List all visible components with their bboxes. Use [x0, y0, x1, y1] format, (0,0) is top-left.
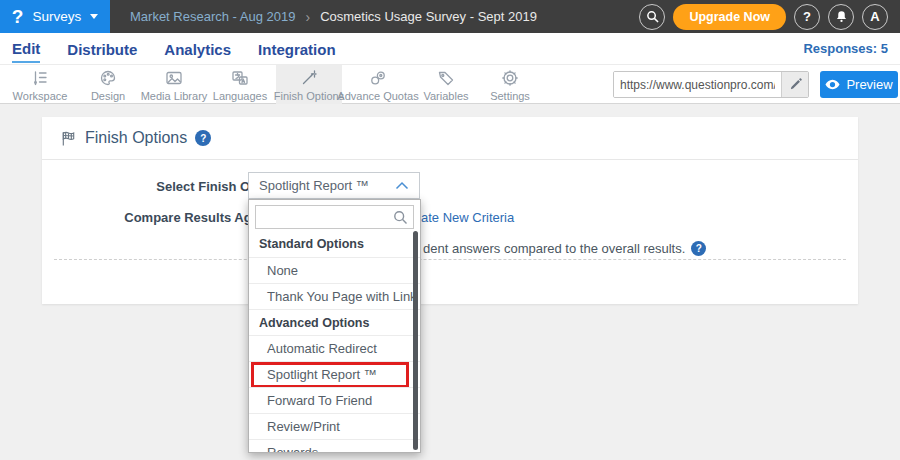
- toolbar-item-media-library[interactable]: Media Library: [134, 65, 214, 104]
- finish-options-help-icon[interactable]: ?: [195, 130, 211, 146]
- toolbar-item-variables[interactable]: Variables: [416, 65, 476, 104]
- spotlight-description-text: dent answers compared to the overall res…: [423, 241, 685, 256]
- chevron-down-icon: [90, 14, 98, 19]
- search-icon: [393, 210, 408, 225]
- chevron-up-icon: [395, 181, 409, 190]
- dropdown-group-header: Standard Options: [249, 231, 420, 257]
- dropdown-option-none[interactable]: None: [249, 257, 420, 283]
- toolbar-item-label: Workspace: [13, 90, 68, 102]
- advance-quotas-icon: [368, 68, 388, 88]
- page-title: Finish Options: [85, 129, 187, 147]
- variables-icon: [436, 68, 456, 88]
- dropdown-search-box: [255, 205, 414, 229]
- card-header: Finish Options ?: [42, 117, 858, 160]
- design-icon: [98, 68, 118, 88]
- survey-toolbar: Workspace Design Media Library Languages…: [0, 64, 900, 104]
- finish-option-dropdown: Standard Options None Thank You Page wit…: [248, 199, 421, 453]
- edit-url-button[interactable]: [781, 72, 808, 97]
- dropdown-option-automatic-redirect[interactable]: Automatic Redirect: [249, 335, 420, 361]
- responses-count[interactable]: Responses: 5: [803, 41, 888, 56]
- finish-flag-icon: [60, 130, 77, 147]
- toolbar-item-finish-options[interactable]: Finish Options: [276, 65, 342, 104]
- dropdown-group-header: Advanced Options: [249, 309, 420, 335]
- preview-button[interactable]: Preview: [820, 71, 898, 98]
- surveys-menu[interactable]: ? Surveys: [0, 0, 110, 33]
- help-button[interactable]: ?: [794, 4, 820, 30]
- eye-icon: [825, 79, 840, 90]
- toolbar-item-settings[interactable]: Settings: [480, 65, 540, 104]
- surveys-menu-label: Surveys: [32, 9, 81, 24]
- upgrade-now-button[interactable]: Upgrade Now: [673, 4, 786, 30]
- toolbar-item-advance-quotas[interactable]: Advance Quotas: [334, 65, 422, 104]
- tab-edit[interactable]: Edit: [12, 35, 40, 63]
- pencil-icon: [789, 78, 802, 91]
- toolbar-item-label: Languages: [213, 90, 267, 102]
- toolbar-item-label: Advance Quotas: [337, 90, 418, 102]
- survey-url-field: [613, 71, 809, 98]
- row-divider: [54, 259, 846, 260]
- survey-url-input[interactable]: [614, 72, 781, 97]
- dropdown-option-label: Spotlight Report ™: [267, 367, 377, 382]
- finish-option-selected-value: Spotlight Report ™: [259, 178, 369, 193]
- tab-analytics[interactable]: Analytics: [164, 36, 231, 62]
- description-help-icon[interactable]: ?: [691, 241, 706, 256]
- finish-option-select[interactable]: Spotlight Report ™: [248, 172, 420, 199]
- toolbar-item-label: Settings: [490, 90, 530, 102]
- create-new-criteria-link[interactable]: ate New Criteria: [421, 210, 514, 225]
- bell-icon: [835, 10, 848, 23]
- breadcrumb-separator: ›: [305, 9, 310, 25]
- workspace-icon: [30, 68, 50, 88]
- dropdown-option-spotlight-report[interactable]: Spotlight Report ™: [249, 361, 420, 387]
- dropdown-option-review-print[interactable]: Review/Print: [249, 413, 420, 439]
- spotlight-description: dent answers compared to the overall res…: [423, 241, 706, 256]
- dropdown-option-forward-to-friend[interactable]: Forward To Friend: [249, 387, 420, 413]
- breadcrumb: Market Research - Aug 2019 › Cosmetics U…: [130, 9, 537, 25]
- main-nav: Edit Distribute Analytics Integration Re…: [0, 33, 900, 64]
- finish-options-icon: [299, 68, 319, 88]
- tab-distribute[interactable]: Distribute: [67, 36, 137, 62]
- search-button[interactable]: [639, 4, 665, 30]
- toolbar-item-languages[interactable]: Languages: [206, 65, 274, 104]
- avatar[interactable]: A: [862, 4, 888, 30]
- toolbar-item-label: Variables: [423, 90, 468, 102]
- breadcrumb-current: Cosmetics Usage Survey - Sept 2019: [320, 9, 537, 24]
- toolbar-item-workspace[interactable]: Workspace: [6, 65, 74, 104]
- questionpro-logo: ?: [12, 7, 24, 26]
- topbar-actions: Upgrade Now ? A: [639, 4, 900, 30]
- toolbar-item-design[interactable]: Design: [76, 65, 140, 104]
- dropdown-search-input[interactable]: [256, 206, 413, 228]
- toolbar-item-label: Media Library: [141, 90, 208, 102]
- top-bar: ? Surveys Market Research - Aug 2019 › C…: [0, 0, 900, 33]
- tab-integration[interactable]: Integration: [258, 36, 336, 62]
- search-icon: [646, 10, 659, 23]
- toolbar-item-label: Design: [91, 90, 125, 102]
- media-library-icon: [164, 68, 184, 88]
- dropdown-scrollbar[interactable]: [413, 231, 418, 450]
- breadcrumb-parent-link[interactable]: Market Research - Aug 2019: [130, 9, 295, 24]
- notifications-button[interactable]: [828, 4, 854, 30]
- preview-button-label: Preview: [846, 77, 892, 92]
- settings-icon: [500, 68, 520, 88]
- dropdown-option-thank-you-page[interactable]: Thank You Page with Link: [249, 283, 420, 309]
- languages-icon: [230, 68, 250, 88]
- dropdown-option-rewards[interactable]: Rewards: [249, 439, 420, 453]
